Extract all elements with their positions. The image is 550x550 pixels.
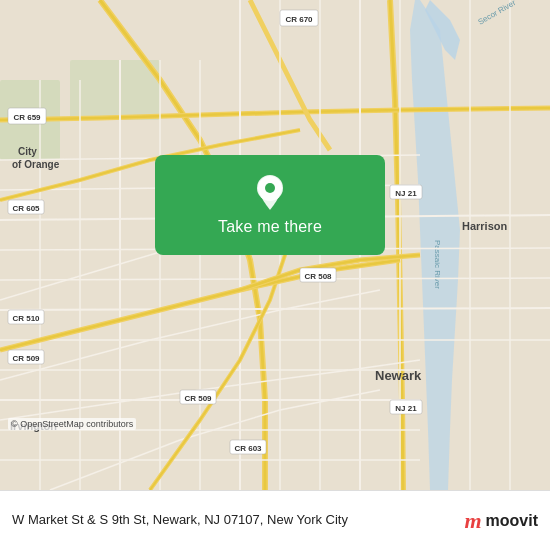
moovit-m-icon: m bbox=[464, 508, 481, 534]
svg-text:CR 510: CR 510 bbox=[12, 314, 40, 323]
svg-text:of Orange: of Orange bbox=[12, 159, 60, 170]
svg-text:NJ 21: NJ 21 bbox=[395, 189, 417, 198]
svg-text:Harrison: Harrison bbox=[462, 220, 508, 232]
moovit-logo: m moovit bbox=[464, 508, 538, 534]
svg-text:CR 603: CR 603 bbox=[234, 444, 262, 453]
svg-rect-3 bbox=[70, 60, 160, 120]
osm-attribution: © OpenStreetMap contributors bbox=[8, 418, 136, 430]
svg-text:Newark: Newark bbox=[375, 368, 422, 383]
take-me-there-button[interactable]: Take me there bbox=[155, 155, 385, 255]
svg-text:City: City bbox=[18, 146, 37, 157]
svg-text:CR 605: CR 605 bbox=[12, 204, 40, 213]
moovit-text: moovit bbox=[486, 512, 538, 530]
svg-text:CR 659: CR 659 bbox=[13, 113, 41, 122]
svg-text:CR 509: CR 509 bbox=[184, 394, 212, 403]
svg-text:CR 508: CR 508 bbox=[304, 272, 332, 281]
address-text: W Market St & S 9th St, Newark, NJ 07107… bbox=[12, 511, 456, 529]
svg-text:CR 509: CR 509 bbox=[12, 354, 40, 363]
take-me-there-label: Take me there bbox=[218, 218, 322, 236]
map-container: Passaic River bbox=[0, 0, 550, 490]
svg-text:Passaic River: Passaic River bbox=[433, 240, 442, 289]
svg-text:CR 670: CR 670 bbox=[285, 15, 313, 24]
svg-point-56 bbox=[265, 183, 275, 193]
info-bar: W Market St & S 9th St, Newark, NJ 07107… bbox=[0, 490, 550, 550]
svg-text:NJ 21: NJ 21 bbox=[395, 404, 417, 413]
location-pin-icon bbox=[254, 174, 286, 212]
